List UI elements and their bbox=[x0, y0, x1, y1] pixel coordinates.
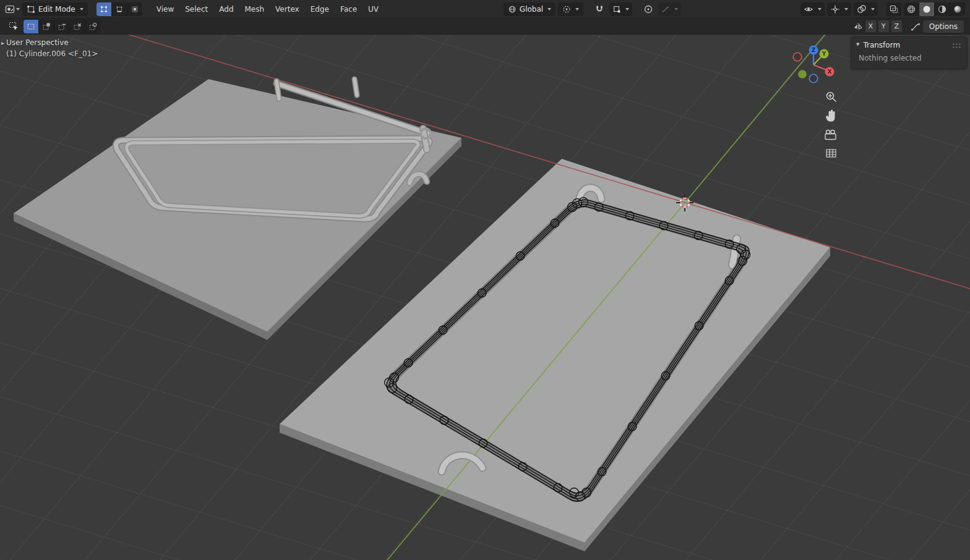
zoom-button[interactable] bbox=[827, 93, 836, 102]
viewport-3d[interactable]: Z Y X bbox=[0, 35, 970, 560]
chevron-down-icon bbox=[575, 8, 579, 11]
edit-mode-icon bbox=[27, 5, 35, 14]
select-mode-invert-icon bbox=[73, 22, 82, 31]
edge-select-button[interactable] bbox=[111, 2, 127, 16]
xray-toggle-button[interactable] bbox=[886, 2, 901, 16]
tool-settings-bar: X Y Z Options bbox=[0, 19, 970, 35]
chevron-down-icon bbox=[871, 8, 875, 11]
snap-target-dropdown[interactable] bbox=[609, 2, 632, 16]
gizmo-y-label: Y bbox=[822, 51, 826, 57]
orientation-globe-icon bbox=[508, 5, 517, 14]
mirror-x-toggle[interactable]: X bbox=[865, 20, 876, 32]
chevron-down-icon: ▼ bbox=[856, 42, 859, 47]
select-mode-subtract-button[interactable] bbox=[54, 20, 69, 33]
shading-rendered-button[interactable] bbox=[950, 2, 965, 16]
menu-face[interactable]: Face bbox=[335, 2, 363, 16]
editor-type-button[interactable] bbox=[5, 2, 20, 16]
gizmo-y-negative[interactable] bbox=[798, 70, 807, 78]
face-select-icon bbox=[131, 5, 139, 14]
pivot-point-icon bbox=[562, 5, 571, 14]
vertex-select-icon bbox=[100, 5, 108, 14]
orientation-label: Global bbox=[520, 5, 543, 14]
snap-magnet-icon bbox=[594, 4, 604, 14]
pan-hand-button[interactable] bbox=[826, 110, 835, 122]
select-mode-new-icon bbox=[27, 22, 35, 31]
chevron-down-icon bbox=[80, 8, 84, 11]
gizmo-z-label: Z bbox=[812, 47, 816, 53]
vertex-select-button[interactable] bbox=[97, 2, 111, 16]
box-select-tool-icon bbox=[9, 22, 19, 32]
chevron-down-icon bbox=[625, 8, 629, 11]
mirror-icon bbox=[853, 22, 863, 32]
visibility-dropdown[interactable] bbox=[800, 2, 825, 16]
topbar: Edit Mode bbox=[0, 0, 970, 19]
panel-grip-icon[interactable] bbox=[952, 43, 962, 48]
menu-mesh[interactable]: Mesh bbox=[239, 2, 270, 16]
select-mode-intersect-icon bbox=[88, 22, 97, 31]
active-object-label: (1) Cylinder.006 <F_01> bbox=[6, 49, 98, 58]
chevron-down-icon bbox=[818, 8, 822, 11]
falloff-curve-icon bbox=[661, 5, 670, 14]
menu-vertex[interactable]: Vertex bbox=[270, 2, 305, 16]
shading-mode-group bbox=[904, 2, 965, 16]
shading-material-button[interactable] bbox=[934, 2, 950, 16]
camera-view-button[interactable] bbox=[825, 130, 836, 140]
pivot-point-dropdown[interactable] bbox=[558, 2, 583, 16]
visibility-eye-icon bbox=[804, 4, 813, 14]
mode-dropdown-label: Edit Mode bbox=[38, 5, 75, 14]
tool-options-icon[interactable] bbox=[911, 22, 921, 32]
menu-view[interactable]: View bbox=[151, 2, 179, 16]
gizmos-dropdown[interactable] bbox=[827, 2, 851, 16]
mesh-select-mode-group bbox=[97, 2, 142, 16]
menu-add[interactable]: Add bbox=[213, 2, 239, 16]
options-label: Options bbox=[929, 22, 958, 31]
shading-solid-button[interactable] bbox=[919, 2, 934, 16]
select-mode-intersect-button[interactable] bbox=[85, 20, 100, 33]
overlays-icon bbox=[857, 4, 867, 14]
shading-wireframe-icon bbox=[906, 4, 916, 14]
box-select-tool-button[interactable] bbox=[6, 20, 21, 33]
chevron-down-icon bbox=[674, 8, 678, 11]
shading-rendered-icon bbox=[953, 4, 963, 14]
chevron-down-icon bbox=[547, 8, 551, 11]
navigation-gizmo[interactable]: Z Y X bbox=[793, 46, 834, 83]
proportional-edit-icon bbox=[643, 4, 653, 14]
edge-select-icon bbox=[115, 5, 124, 14]
face-select-button[interactable] bbox=[127, 2, 142, 16]
mirror-z-toggle[interactable]: Z bbox=[891, 20, 902, 32]
options-button[interactable]: Options bbox=[923, 20, 964, 33]
transform-controls-cluster: Global bbox=[504, 2, 681, 16]
gizmo-x-negative[interactable] bbox=[793, 53, 802, 61]
transform-panel-header[interactable]: ▼ Transform bbox=[851, 37, 967, 51]
viewport-display-cluster bbox=[800, 2, 965, 16]
editor-type-icon bbox=[5, 4, 15, 14]
select-mode-extend-button[interactable] bbox=[38, 20, 54, 33]
menu-uv[interactable]: UV bbox=[363, 2, 384, 16]
xray-icon bbox=[889, 4, 899, 14]
mirror-y-toggle[interactable]: Y bbox=[878, 20, 889, 32]
ortho-grid-button[interactable] bbox=[826, 150, 836, 157]
select-mode-new-button[interactable] bbox=[24, 20, 38, 33]
falloff-dropdown[interactable] bbox=[658, 2, 681, 16]
orientation-dropdown[interactable]: Global bbox=[504, 2, 556, 16]
gizmo-x-label: X bbox=[828, 69, 832, 75]
select-mode-extend-icon bbox=[42, 22, 51, 31]
select-mode-option-group bbox=[24, 20, 100, 33]
snap-toggle-button[interactable] bbox=[592, 2, 607, 16]
snap-target-icon bbox=[612, 5, 621, 14]
shading-material-icon bbox=[937, 4, 947, 14]
chevron-down-icon bbox=[844, 8, 848, 11]
shading-wireframe-button[interactable] bbox=[904, 2, 919, 16]
toolbar-expand-arrow[interactable]: ▸ bbox=[1, 40, 4, 46]
transform-panel-title: Transform bbox=[863, 41, 900, 49]
chevron-down-icon bbox=[16, 8, 20, 11]
menu-edge[interactable]: Edge bbox=[305, 2, 335, 16]
menubar: View Select Add Mesh Vertex Edge Face UV bbox=[151, 2, 384, 16]
menu-select[interactable]: Select bbox=[179, 2, 213, 16]
gizmo-z-negative[interactable] bbox=[809, 74, 818, 83]
mode-dropdown[interactable]: Edit Mode bbox=[22, 2, 88, 16]
proportional-edit-button[interactable] bbox=[641, 2, 656, 16]
select-mode-invert-button[interactable] bbox=[69, 20, 85, 33]
view-perspective-label: User Perspective bbox=[6, 38, 69, 47]
overlays-dropdown[interactable] bbox=[854, 2, 878, 16]
